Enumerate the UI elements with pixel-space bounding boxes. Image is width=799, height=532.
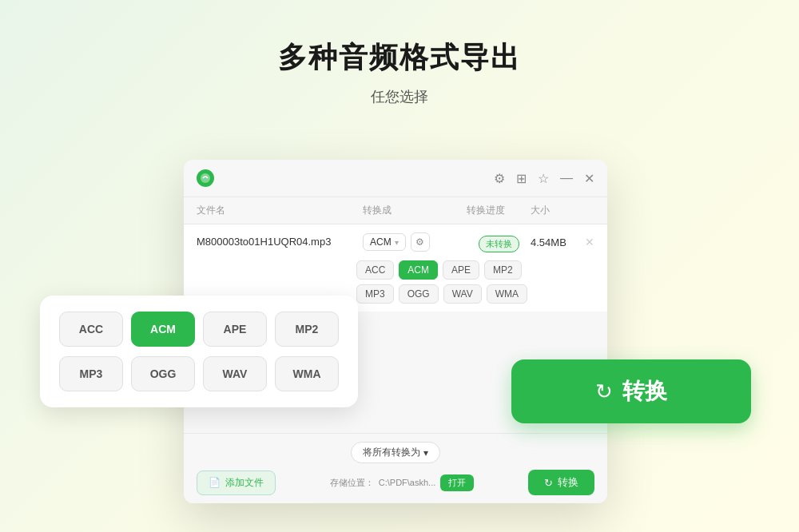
star-icon[interactable]: ☆	[538, 171, 549, 186]
format-select-area: ACM ▾ ⚙	[363, 232, 467, 252]
app-icon	[197, 169, 214, 187]
file-name: M800003to01H1UQR04.mp3	[197, 232, 363, 248]
status-badge: 未转换	[467, 232, 531, 252]
add-file-button[interactable]: 📄 添加文件	[197, 470, 276, 495]
format-wma-window[interactable]: WMA	[487, 284, 527, 304]
dropdown-arrow-icon: ▾	[395, 238, 399, 247]
convert-refresh-icon: ↻	[544, 477, 553, 489]
format-ogg-window[interactable]: OGG	[399, 284, 439, 304]
waiting-badge: 未转换	[479, 236, 519, 252]
title-controls: ⚙ ⊞ ☆ — ✕	[494, 171, 594, 186]
format-card-row-1: ACC ACM APE MP2	[59, 312, 339, 347]
format-dropdown[interactable]: ACM ▾	[363, 233, 406, 251]
title-bar: ⚙ ⊞ ☆ — ✕	[184, 160, 607, 197]
table-header: 文件名 转换成 转换进度 大小	[184, 197, 607, 224]
convert-all-button[interactable]: 将所有转换为 ▾	[351, 442, 440, 463]
format-acc-window[interactable]: ACC	[356, 260, 394, 280]
format-card-wav[interactable]: WAV	[203, 356, 267, 391]
convert-big-label: 转换	[622, 376, 667, 407]
format-acm-window[interactable]: ACM	[399, 260, 438, 280]
convert-all-label: 将所有转换为	[363, 446, 420, 459]
selected-format: ACM	[370, 236, 392, 248]
format-ape-window[interactable]: APE	[443, 260, 479, 280]
add-file-label: 添加文件	[225, 476, 264, 490]
convert-big-refresh-icon: ↻	[595, 379, 613, 404]
page-title: 多种音频格式导出	[0, 38, 799, 77]
col-name-header: 文件名	[197, 204, 363, 217]
bottom-bar: 将所有转换为 ▾ 📄 添加文件 存储位置： C:\PDF\askh... 打开 …	[184, 433, 607, 503]
gear-button[interactable]: ⚙	[411, 232, 430, 252]
format-card-mp2[interactable]: MP2	[275, 312, 339, 347]
col-convert-header: 转换成	[363, 204, 467, 217]
bottom-actions: 📄 添加文件 存储位置： C:\PDF\askh... 打开 ↻ 转换	[197, 470, 594, 495]
format-card-wma[interactable]: WMA	[275, 356, 339, 391]
convert-big-button[interactable]: ↻ 转换	[511, 359, 751, 423]
settings-icon[interactable]: ⚙	[494, 171, 505, 186]
add-file-icon: 📄	[209, 477, 221, 488]
storage-label: 存储位置：	[330, 477, 374, 489]
format-card: ACC ACM APE MP2 MP3 OGG WAV WMA	[40, 296, 358, 407]
format-card-ape[interactable]: APE	[203, 312, 267, 347]
format-card-mp3[interactable]: MP3	[59, 356, 123, 391]
format-mp3-window[interactable]: MP3	[356, 284, 394, 304]
file-row: M800003to01H1UQR04.mp3 ACM ▾ ⚙ 未转换 4.54M…	[184, 224, 607, 260]
storage-path-area: 存储位置： C:\PDF\askh... 打开	[330, 474, 475, 491]
format-row-1-window: ACC ACM APE MP2	[197, 260, 594, 280]
format-wav-window[interactable]: WAV	[443, 284, 482, 304]
storage-path-value: C:\PDF\askh...	[379, 478, 436, 487]
format-card-row-2: MP3 OGG WAV WMA	[59, 356, 339, 391]
page-subtitle: 任您选择	[0, 87, 799, 106]
convert-all-row: 将所有转换为 ▾	[197, 442, 594, 463]
convert-all-arrow-icon: ▾	[423, 447, 428, 459]
format-card-ogg[interactable]: OGG	[131, 356, 195, 391]
format-mp2-window[interactable]: MP2	[484, 260, 522, 280]
col-progress-header: 转换进度	[467, 204, 531, 217]
file-size: 4.54MB ✕	[531, 232, 594, 248]
open-button[interactable]: 打开	[440, 474, 474, 491]
convert-label-small: 转换	[558, 475, 578, 490]
grid-icon[interactable]: ⊞	[516, 171, 527, 186]
convert-button-small[interactable]: ↻ 转换	[528, 470, 594, 495]
minimize-button[interactable]: —	[560, 171, 573, 185]
col-size-header: 大小	[531, 204, 594, 217]
close-button[interactable]: ✕	[584, 171, 594, 186]
format-card-acm[interactable]: ACM	[131, 312, 195, 347]
size-value: 4.54MB	[531, 236, 566, 248]
delete-button[interactable]: ✕	[585, 236, 594, 248]
format-card-acc[interactable]: ACC	[59, 312, 123, 347]
svg-point-0	[201, 173, 210, 183]
